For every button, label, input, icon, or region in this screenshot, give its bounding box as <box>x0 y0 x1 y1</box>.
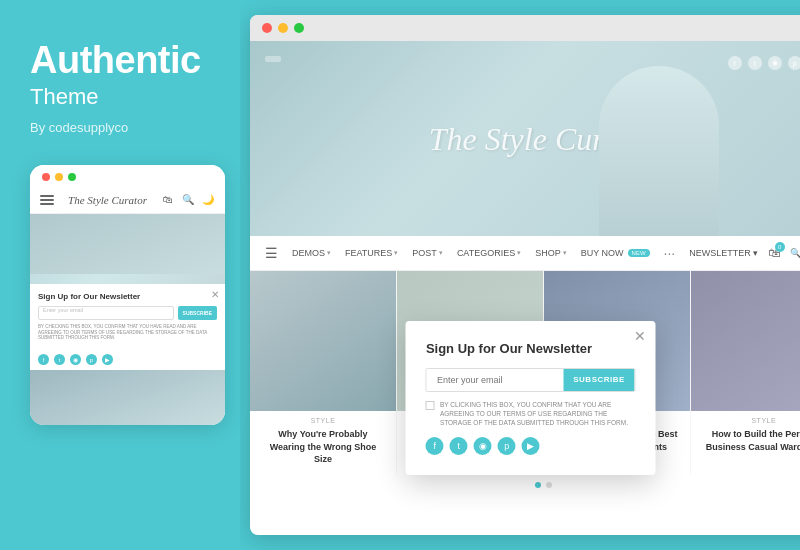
blog-post-1: STYLE Why You're Probably Wearing the Wr… <box>250 271 397 474</box>
chevron-icon: ▾ <box>439 249 443 257</box>
cart-count-badge: 0 <box>775 242 785 252</box>
hamburger-line-3 <box>40 203 54 205</box>
chevron-icon: ▾ <box>563 249 567 257</box>
nav-search-icon[interactable]: 🔍 <box>790 248 800 258</box>
buy-now-badge: NEW <box>628 249 650 257</box>
mobile-hamburger[interactable] <box>40 195 54 205</box>
right-panel: The Style Curator f t ◉ p ▶ ☰ DEMOS ▾ <box>240 0 800 550</box>
browser-dot-red <box>262 23 272 33</box>
popup-email-input[interactable] <box>427 369 563 391</box>
blog-image-4 <box>691 271 800 411</box>
mobile-social-twitter[interactable]: t <box>54 354 65 365</box>
mobile-social-instagram[interactable]: ◉ <box>70 354 81 365</box>
popup-email-row: SUBSCRIBE <box>426 368 636 392</box>
nav-newsletter[interactable]: NEWSLETTER ▾ <box>689 248 758 258</box>
popup-checkbox-row: BY CLICKING THIS BOX, YOU CONFIRM THAT Y… <box>426 400 636 427</box>
nav-item-categories[interactable]: CATEGORIES ▾ <box>457 248 521 258</box>
brand-title: Authentic <box>30 40 201 82</box>
blog-category-1: STYLE <box>250 411 396 426</box>
mobile-hero-section <box>30 214 225 284</box>
mobile-dot-yellow <box>55 173 63 181</box>
mobile-nav-icons: 🛍 🔍 🌙 <box>161 193 215 207</box>
newsletter-chevron: ▾ <box>753 248 758 258</box>
desktop-hamburger[interactable]: ☰ <box>265 245 278 261</box>
mobile-social-facebook[interactable]: f <box>38 354 49 365</box>
browser-dot-yellow <box>278 23 288 33</box>
mobile-social-pinterest[interactable]: p <box>86 354 97 365</box>
mobile-social-youtube[interactable]: ▶ <box>102 354 113 365</box>
browser-content: The Style Curator f t ◉ p ▶ ☰ DEMOS ▾ <box>250 41 800 535</box>
nav-item-shop[interactable]: SHOP ▾ <box>535 248 567 258</box>
blog-title-4[interactable]: How to Build the Perfect Business Casual… <box>691 426 800 461</box>
brand-subtitle: Theme <box>30 84 98 110</box>
mobile-cart-icon[interactable]: 🛍 <box>161 193 175 207</box>
browser-titlebar <box>250 15 800 41</box>
desktop-hero: The Style Curator f t ◉ p ▶ <box>250 41 800 236</box>
mobile-search-icon[interactable]: 🔍 <box>181 193 195 207</box>
nav-item-features[interactable]: FEATURES ▾ <box>345 248 398 258</box>
hero-pinterest-icon[interactable]: p <box>788 56 800 70</box>
newsletter-popup: ✕ Sign Up for Our Newsletter SUBSCRIBE B… <box>406 321 656 475</box>
mobile-dot-red <box>42 173 50 181</box>
popup-youtube-icon[interactable]: ▶ <box>522 437 540 455</box>
hero-social-icons: f t ◉ p ▶ <box>728 56 800 70</box>
content-area: STYLE Why You're Probably Wearing the Wr… <box>250 271 800 474</box>
nav-item-demos[interactable]: DEMOS ▾ <box>292 248 331 258</box>
popup-checkbox-text: BY CLICKING THIS BOX, YOU CONFIRM THAT Y… <box>440 400 636 427</box>
popup-close-button[interactable]: ✕ <box>634 329 646 343</box>
mobile-dot-green <box>68 173 76 181</box>
brand-by: By codesupplyco <box>30 120 128 135</box>
mobile-newsletter-title: Sign Up for Our Newsletter <box>38 292 217 301</box>
blog-image-1 <box>250 271 396 411</box>
nav-item-buy-now[interactable]: BUY NOW NEW <box>581 248 650 258</box>
nav-item-post[interactable]: POST ▾ <box>412 248 443 258</box>
mobile-subscribe-button[interactable]: SUBSCRIBE <box>178 306 217 320</box>
popup-twitter-icon[interactable]: t <box>450 437 468 455</box>
popup-facebook-icon[interactable]: f <box>426 437 444 455</box>
chevron-icon: ▾ <box>517 249 521 257</box>
mobile-email-row: Enter your email SUBSCRIBE <box>38 306 217 320</box>
popup-social-icons: f t ◉ p ▶ <box>426 437 636 455</box>
mobile-person-image <box>30 214 225 274</box>
pagination-dots <box>250 474 800 496</box>
hero-instagram-icon[interactable]: ◉ <box>768 56 782 70</box>
blog-category-4: STYLE <box>691 411 800 426</box>
pagination-dot-2[interactable] <box>546 482 552 488</box>
mobile-nav: The Style Curator 🛍 🔍 🌙 <box>30 189 225 214</box>
nav-more-button[interactable]: ··· <box>664 245 676 261</box>
mobile-titlebar <box>30 165 225 189</box>
hero-person-image <box>599 66 719 236</box>
chevron-icon: ▾ <box>327 249 331 257</box>
browser-window: The Style Curator f t ◉ p ▶ ☰ DEMOS ▾ <box>250 15 800 535</box>
mobile-email-input[interactable]: Enter your email <box>38 306 174 320</box>
hamburger-line-1 <box>40 195 54 197</box>
mobile-checkbox-text: BY CHECKING THIS BOX, YOU CONFIRM THAT Y… <box>38 324 217 342</box>
popup-title: Sign Up for Our Newsletter <box>426 341 636 356</box>
blog-title-1[interactable]: Why You're Probably Wearing the Wrong Sh… <box>250 426 396 474</box>
hero-go-online-badge <box>265 56 281 62</box>
mobile-email-placeholder: Enter your email <box>43 307 83 313</box>
mobile-blog-image <box>30 370 225 425</box>
nav-right-section: NEWSLETTER ▾ 🛍 0 🔍 👤 <box>689 246 800 260</box>
hamburger-line-2 <box>40 199 54 201</box>
pagination-dot-1[interactable] <box>535 482 541 488</box>
popup-checkbox[interactable] <box>426 401 435 410</box>
popup-pinterest-icon[interactable]: p <box>498 437 516 455</box>
left-panel: Authentic Theme By codesupplyco The Styl… <box>0 0 240 550</box>
popup-instagram-icon[interactable]: ◉ <box>474 437 492 455</box>
mobile-popup-close[interactable]: ✕ <box>211 289 219 300</box>
mobile-logo: The Style Curator <box>54 194 161 206</box>
mobile-theme-icon[interactable]: 🌙 <box>201 193 215 207</box>
popup-subscribe-button[interactable]: SUBSCRIBE <box>563 369 635 391</box>
blog-post-4: STYLE How to Build the Perfect Business … <box>691 271 800 474</box>
browser-dot-green <box>294 23 304 33</box>
desktop-nav: ☰ DEMOS ▾ FEATURES ▾ POST ▾ CATEGORIES ▾ <box>250 236 800 271</box>
mobile-social-bar: f t ◉ p ▶ <box>30 349 225 370</box>
chevron-icon: ▾ <box>394 249 398 257</box>
nav-cart-icon[interactable]: 🛍 0 <box>768 246 780 260</box>
hero-facebook-icon[interactable]: f <box>728 56 742 70</box>
hero-twitter-icon[interactable]: t <box>748 56 762 70</box>
mobile-preview: The Style Curator 🛍 🔍 🌙 ✕ Sign Up for Ou… <box>30 165 225 426</box>
